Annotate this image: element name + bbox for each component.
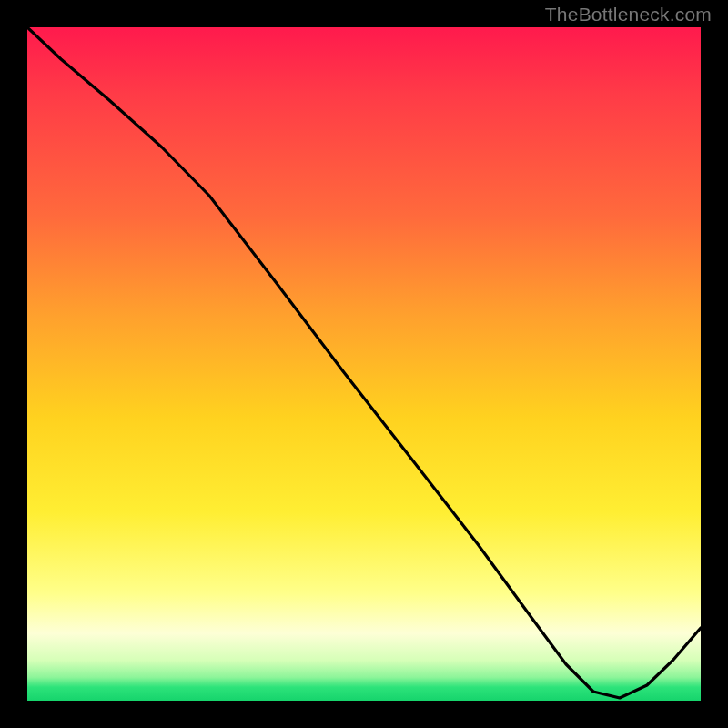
- plot-area: [27, 27, 701, 701]
- watermark-text: TheBottleneck.com: [545, 4, 712, 25]
- chart-frame: TheBottleneck.com: [0, 0, 728, 728]
- bottleneck-curve: [27, 27, 701, 701]
- curve-path: [27, 27, 701, 698]
